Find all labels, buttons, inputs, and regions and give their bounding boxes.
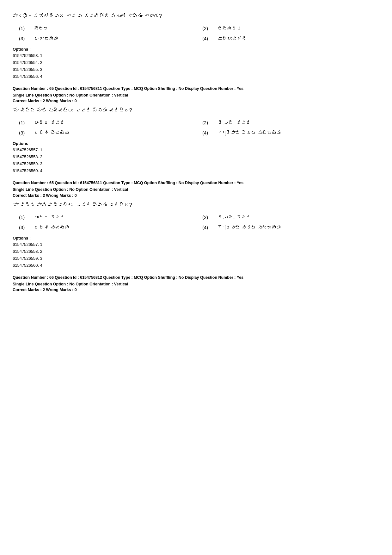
- options-grid: (1) ఆంధ్ర కేసరి (2) కె.ఎన్. కేసరి (3) దర…: [13, 119, 379, 137]
- option-text-3: దర్శి చెంచయ్య: [34, 129, 70, 137]
- option-text-2: కె.ఎన్. కేసరి: [217, 119, 251, 127]
- option-id-item: 61547526560. 4: [13, 262, 379, 269]
- options-label: Options :: [13, 47, 379, 52]
- option-num-4: (4): [202, 35, 212, 42]
- option-text-2: తిమ్మక్క: [217, 25, 242, 32]
- option-id-item: 61547526558. 2: [13, 248, 379, 255]
- option-item-2: (2) తిమ్మక్క: [202, 25, 379, 32]
- option-item-4: (4) గొ°[రెపాటి వెంకట సుబ్బయ్య: [202, 129, 379, 137]
- option-item-4: (4) గొ°[రెపాటి వెంకట సుబ్బయ్య: [202, 224, 379, 231]
- question-meta-line1: Question Number : 65 Question Id : 61547…: [13, 180, 379, 186]
- option-item-3: (3) దర్శి చెంచయ్య: [19, 224, 196, 231]
- correct-marks: Correct Marks : 2 Wrong Marks : 0: [13, 99, 379, 103]
- option-id-item: 61547526558. 2: [13, 153, 379, 160]
- option-num-2: (2): [202, 119, 212, 127]
- option-item-3: (3) దర్శి చెంచయ్య: [19, 129, 196, 137]
- question-block-q66: Question Number : 66 Question Id : 61547…: [13, 275, 379, 292]
- option-item-4: (4) ముద్దుపళని: [202, 35, 379, 42]
- option-num-2: (2): [202, 214, 212, 221]
- options-list: 61547526557. 161547526558. 261547526559.…: [13, 147, 379, 174]
- option-text-3: రంగాజమ్మ: [34, 35, 58, 42]
- option-text-3: దర్శి చెంచయ్య: [34, 224, 70, 231]
- option-text-1: ఆంధ్ర కేసరి: [34, 119, 65, 127]
- options-grid: (1) ఆంధ్ర కేసరి (2) కె.ఎన్. కేసరి (3) దర…: [13, 214, 379, 231]
- question-meta-line2: Single Line Question Option : No Option …: [13, 187, 379, 193]
- option-id-item: 61547526559. 3: [13, 160, 379, 167]
- options-grid: (1) మొల్ల (2) తిమ్మక్క (3) రంగాజమ్మ (4) …: [13, 25, 379, 42]
- question-meta-line2: Single Line Question Option : No Option …: [13, 281, 379, 287]
- question-meta-line2: Single Line Question Option : No Option …: [13, 92, 379, 98]
- question-text: 'నా చిన్న నాటి ముచ్చట్లు' ఎవరి స్వీయ చరి…: [13, 106, 379, 115]
- option-id-item: 61547526554. 2: [13, 59, 379, 66]
- options-label: Options :: [13, 141, 379, 146]
- option-item-1: (1) మొల్ల: [19, 25, 196, 32]
- options-list: 61547526553. 161547526554. 261547526555.…: [13, 52, 379, 80]
- option-item-2: (2) కె.ఎన్. కేసరి: [202, 119, 379, 127]
- option-text-2: కె.ఎన్. కేసరి: [217, 214, 251, 221]
- option-num-3: (3): [19, 35, 28, 42]
- question-text: నాగభైరవ కోటేశ్వర రావు ఏ కవయిత్రి పేరుతో …: [13, 12, 379, 20]
- question-block-q64: నాగభైరవ కోటేశ్వర రావు ఏ కవయిత్రి పేరుతో …: [13, 12, 379, 80]
- question-block-q65a: Question Number : 65 Question Id : 61547…: [13, 86, 379, 174]
- correct-marks: Correct Marks : 2 Wrong Marks : 0: [13, 193, 379, 198]
- question-meta-line1: Question Number : 66 Question Id : 61547…: [13, 275, 379, 281]
- question-text: 'నా చిన్న నాటి ముచ్చట్లు' ఎవరి స్వీయ చరి…: [13, 201, 379, 209]
- option-num-1: (1): [19, 119, 28, 127]
- option-num-1: (1): [19, 25, 28, 32]
- option-text-4: గొ°[రెపాటి వెంకట సుబ్బయ్య: [217, 224, 281, 231]
- option-id-item: 61547526560. 4: [13, 167, 379, 174]
- option-num-2: (2): [202, 25, 212, 32]
- question-block-q65b: Question Number : 65 Question Id : 61547…: [13, 180, 379, 269]
- option-id-item: 61547526556. 4: [13, 73, 379, 80]
- option-text-1: ఆంధ్ర కేసరి: [34, 214, 65, 221]
- option-text-1: మొల్ల: [34, 25, 48, 32]
- option-item-1: (1) ఆంధ్ర కేసరి: [19, 214, 196, 221]
- option-text-4: ముద్దుపళని: [217, 35, 247, 42]
- question-meta-line1: Question Number : 65 Question Id : 61547…: [13, 86, 379, 92]
- option-item-2: (2) కె.ఎన్. కేసరి: [202, 214, 379, 221]
- option-id-item: 61547526557. 1: [13, 147, 379, 153]
- option-num-1: (1): [19, 214, 28, 221]
- option-id-item: 61547526555. 3: [13, 66, 379, 73]
- option-id-item: 61547526557. 1: [13, 241, 379, 248]
- option-id-item: 61547526559. 3: [13, 255, 379, 262]
- option-num-3: (3): [19, 224, 28, 231]
- option-id-item: 61547526553. 1: [13, 52, 379, 59]
- options-list: 61547526557. 161547526558. 261547526559.…: [13, 241, 379, 269]
- option-item-1: (1) ఆంధ్ర కేసరి: [19, 119, 196, 127]
- option-text-4: గొ°[రెపాటి వెంకట సుబ్బయ్య: [217, 129, 281, 137]
- options-label: Options :: [13, 236, 379, 240]
- correct-marks: Correct Marks : 2 Wrong Marks : 0: [13, 288, 379, 292]
- option-num-3: (3): [19, 129, 28, 137]
- option-num-4: (4): [202, 224, 212, 231]
- option-item-3: (3) రంగాజమ్మ: [19, 35, 196, 42]
- option-num-4: (4): [202, 129, 212, 137]
